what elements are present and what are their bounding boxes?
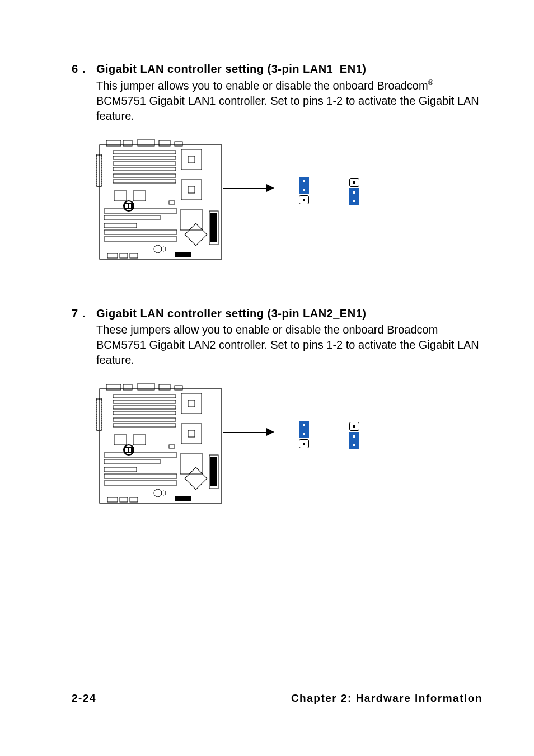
jumper-block [299, 421, 309, 449]
svg-rect-79 [175, 496, 191, 501]
page-number: 2-24 [72, 692, 96, 705]
svg-rect-7 [96, 155, 102, 186]
section-body: These jumpers allow you to enable or dis… [96, 322, 483, 368]
svg-rect-52 [113, 418, 176, 421]
svg-rect-25 [104, 209, 177, 213]
motherboard-diagram [96, 383, 226, 508]
section-body: This jumper allows you to enable or disa… [96, 78, 483, 124]
pin-1 [349, 178, 359, 187]
jumper-settings [299, 177, 359, 205]
svg-rect-12 [113, 174, 176, 177]
svg-rect-54 [181, 393, 202, 414]
svg-rect-78 [130, 497, 138, 502]
svg-rect-19 [133, 191, 146, 201]
svg-rect-39 [175, 252, 191, 257]
svg-rect-20 [169, 201, 175, 204]
jumper-block [299, 177, 309, 205]
svg-rect-76 [107, 497, 118, 502]
pin-3 [349, 440, 359, 449]
svg-rect-56 [181, 424, 202, 444]
svg-rect-66 [104, 459, 160, 464]
section-number: 7 . [72, 307, 96, 320]
svg-rect-11 [113, 167, 176, 171]
svg-rect-65 [104, 453, 177, 457]
svg-rect-0 [100, 145, 222, 259]
svg-rect-28 [104, 230, 177, 234]
svg-rect-40 [100, 389, 222, 503]
jumper-enable [299, 421, 309, 449]
diagram-row [96, 139, 483, 264]
jumper-enable [299, 177, 309, 205]
pin-3 [299, 195, 309, 204]
svg-rect-6 [96, 155, 102, 186]
section-7: 7 . Gigabit LAN controller setting (3-pi… [72, 307, 483, 508]
svg-rect-38 [130, 253, 138, 258]
pin-3 [299, 439, 309, 448]
svg-rect-68 [104, 474, 177, 478]
heading-row: 6 . Gigabit LAN controller setting (3-pi… [72, 63, 483, 76]
jumper-disable [349, 421, 359, 449]
svg-rect-37 [120, 253, 128, 258]
motherboard-diagram [96, 139, 226, 264]
body-text-pre: This jumper allows you to enable or disa… [96, 79, 428, 92]
chapter-label: Chapter 2: Hardware information [291, 692, 483, 705]
svg-rect-10 [113, 162, 176, 165]
arrow-icon [223, 425, 274, 439]
page-content: 6 . Gigabit LAN controller setting (3-pi… [0, 0, 534, 508]
diagram-row [96, 383, 483, 508]
section-number: 6 . [72, 63, 96, 76]
svg-rect-15 [188, 156, 195, 163]
registered-symbol: ® [428, 78, 434, 87]
heading-row: 7 . Gigabit LAN controller setting (3-pi… [72, 307, 483, 320]
svg-rect-14 [181, 149, 202, 170]
svg-rect-73 [210, 457, 217, 486]
svg-rect-8 [113, 151, 176, 154]
svg-rect-50 [113, 406, 176, 409]
pin-2 [349, 432, 359, 441]
board-svg [96, 139, 226, 264]
svg-rect-5 [175, 142, 182, 146]
svg-rect-57 [188, 430, 195, 437]
svg-rect-59 [133, 435, 146, 445]
svg-rect-63 [125, 448, 128, 452]
svg-rect-55 [188, 400, 195, 407]
section-6: 6 . Gigabit LAN controller setting (3-pi… [72, 63, 483, 264]
svg-rect-69 [104, 481, 177, 485]
arrow-icon [223, 181, 274, 195]
svg-rect-9 [113, 156, 176, 159]
svg-rect-18 [114, 191, 127, 201]
pin-2 [299, 185, 309, 194]
pin-1 [299, 177, 309, 186]
svg-rect-26 [104, 215, 160, 220]
svg-rect-31 [185, 223, 207, 246]
svg-rect-60 [169, 445, 175, 448]
jumper-settings [299, 421, 359, 449]
board-svg [96, 383, 226, 508]
jumper-block [349, 177, 359, 205]
pin-2 [299, 429, 309, 438]
svg-rect-27 [104, 223, 137, 228]
svg-rect-49 [113, 400, 176, 403]
svg-rect-33 [210, 213, 217, 242]
svg-rect-77 [120, 497, 128, 502]
pin-3 [349, 196, 359, 205]
section-title: Gigabit LAN controller setting (3-pin LA… [96, 307, 366, 320]
svg-rect-48 [113, 395, 176, 398]
svg-rect-13 [113, 180, 176, 183]
svg-rect-53 [113, 424, 176, 427]
svg-rect-58 [114, 435, 127, 445]
pin-1 [349, 422, 359, 431]
svg-rect-36 [107, 253, 118, 258]
body-text-pre: These jumpers allow you to enable or dis… [96, 323, 479, 366]
svg-point-34 [154, 245, 162, 253]
svg-point-74 [154, 489, 162, 497]
svg-rect-17 [188, 186, 195, 193]
svg-rect-71 [185, 467, 207, 490]
page-footer: 2-24 Chapter 2: Hardware information [72, 684, 483, 705]
svg-rect-51 [113, 411, 176, 415]
svg-rect-47 [96, 399, 102, 430]
section-title: Gigabit LAN controller setting (3-pin LA… [96, 63, 366, 76]
jumper-disable [349, 177, 359, 205]
svg-rect-23 [125, 204, 128, 208]
jumper-block [349, 421, 359, 449]
